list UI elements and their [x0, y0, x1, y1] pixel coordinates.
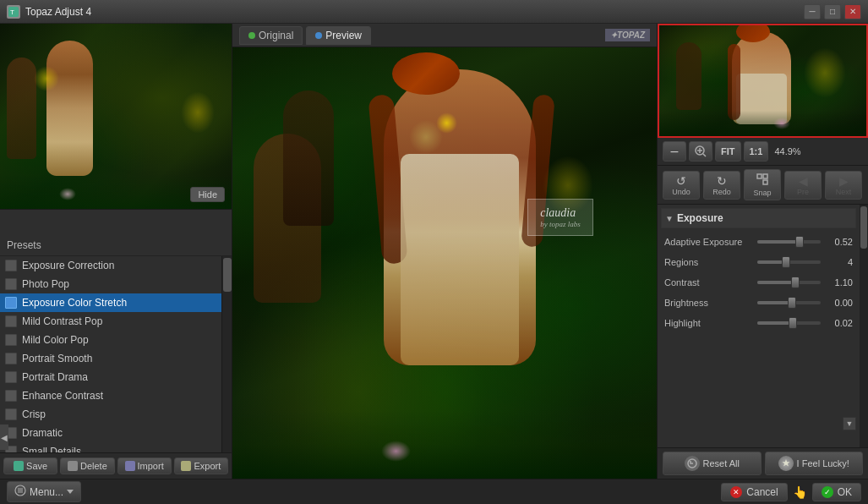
- preset-item-2[interactable]: Exposure Color Stretch: [0, 293, 221, 312]
- cancel-icon: ✕: [730, 486, 742, 498]
- redo-button[interactable]: ↻ Redo: [703, 171, 740, 200]
- adjustments-scrollbar[interactable]: [860, 205, 868, 447]
- preset-item-9[interactable]: Dramatic: [0, 424, 221, 442]
- presets-label: Presets: [0, 235, 232, 256]
- prev-button[interactable]: ◀ Pre: [784, 171, 822, 200]
- status-right-buttons: ✕ Cancel 👆 ✓ OK: [721, 483, 861, 501]
- save-preset-button[interactable]: Save: [3, 457, 57, 474]
- adj-slider-thumb-3[interactable]: [788, 297, 796, 309]
- adjustments-scroll-down[interactable]: ▼: [843, 417, 856, 430]
- hide-button[interactable]: Hide: [190, 187, 225, 202]
- preset-item-3[interactable]: Mild Contrast Pop: [0, 312, 221, 331]
- preset-item-label-9: Dramatic: [22, 427, 63, 439]
- preview-left-figure: [676, 42, 701, 110]
- feel-lucky-button[interactable]: I Feel Lucky!: [765, 452, 864, 475]
- minimize-button[interactable]: ─: [804, 4, 821, 19]
- app-icon: T: [7, 5, 20, 19]
- presets-scrollbar[interactable]: [221, 256, 232, 452]
- window-controls: ─ □ ✕: [804, 4, 861, 19]
- preset-item-label-0: Exposure Correction: [22, 260, 114, 271]
- second-left-figure: [283, 90, 334, 226]
- svg-rect-8: [763, 174, 767, 178]
- ok-icon: ✓: [822, 486, 833, 498]
- adj-slider-thumb-2[interactable]: [791, 277, 800, 288]
- preset-item-6[interactable]: Portrait Drama: [0, 368, 221, 386]
- next-button[interactable]: ▶ Next: [825, 171, 862, 200]
- preset-item-7[interactable]: Enhance Contrast: [0, 386, 221, 405]
- next-icon: ▶: [839, 174, 849, 188]
- redo-icon: ↻: [717, 174, 727, 188]
- undo-button[interactable]: ↺ Undo: [663, 171, 700, 200]
- import-preset-button[interactable]: Import: [117, 457, 172, 474]
- adj-slider-thumb-4[interactable]: [789, 317, 797, 329]
- preset-item-1[interactable]: Photo Pop: [0, 275, 221, 293]
- toolbar-strip: – FIT 1:1 44.9%: [658, 138, 868, 166]
- center-image-area[interactable]: claudia by topaz labs: [232, 47, 657, 479]
- adj-slider-thumb-0[interactable]: [795, 236, 804, 248]
- maximize-button[interactable]: □: [824, 4, 841, 19]
- cancel-button[interactable]: ✕ Cancel: [721, 483, 787, 501]
- thumbnail-area: Hide: [0, 24, 232, 210]
- panel-collapse-arrow[interactable]: ◀: [0, 425, 8, 450]
- adj-slider-1[interactable]: [757, 256, 821, 268]
- adjustments-scrollbar-thumb[interactable]: [860, 206, 867, 249]
- preset-item-icon-0: [5, 260, 17, 271]
- preview-lotus: [773, 118, 790, 129]
- fit-button[interactable]: FIT: [715, 141, 741, 162]
- preset-item-label-3: Mild Contrast Pop: [22, 315, 102, 327]
- original-tab[interactable]: Original: [239, 26, 303, 45]
- hand-pointer-area: 👆: [793, 483, 807, 501]
- undo-icon: ↺: [676, 174, 686, 188]
- ok-button[interactable]: ✓ OK: [812, 483, 861, 501]
- preset-item-4[interactable]: Mild Color Pop: [0, 331, 221, 349]
- status-bar: Menu... ✕ Cancel 👆 ✓ OK: [0, 479, 868, 504]
- hand-pointer-icon: 👆: [793, 485, 807, 499]
- one-to-one-button[interactable]: 1:1: [744, 141, 769, 162]
- preview-thumbnail: [658, 24, 868, 138]
- preset-buttons: Save Delete Import Export: [0, 452, 232, 479]
- preset-item-8[interactable]: Crisp: [0, 405, 221, 424]
- exposure-section-header[interactable]: ▼ Exposure: [661, 208, 856, 228]
- lucky-icon: [778, 456, 794, 471]
- adj-label-0: Adaptive Exposure: [664, 237, 757, 247]
- preset-item-10[interactable]: Small Details: [0, 442, 221, 452]
- delete-preset-button[interactable]: Delete: [60, 457, 114, 474]
- zoom-minus-button[interactable]: –: [663, 141, 686, 162]
- close-button[interactable]: ✕: [844, 4, 861, 19]
- snap-button[interactable]: Snap: [744, 169, 781, 200]
- presets-scrollbar-thumb[interactable]: [223, 258, 232, 292]
- adj-slider-3[interactable]: [757, 297, 821, 309]
- preset-item-0[interactable]: Exposure Correction: [0, 256, 221, 275]
- zoom-level: 44.9%: [771, 146, 804, 156]
- adj-value-0: 0.52: [821, 237, 853, 247]
- adj-slider-4[interactable]: [757, 317, 821, 329]
- preview-tab[interactable]: Preview: [306, 26, 371, 45]
- menu-button[interactable]: Menu...: [7, 481, 81, 502]
- adj-label-1: Regions: [664, 257, 757, 267]
- snap-icon: [756, 173, 769, 189]
- app-title: Topaz Adjust 4: [25, 6, 804, 18]
- adj-value-2: 1.10: [821, 277, 853, 288]
- adj-row-2: Contrast1.10: [661, 272, 856, 293]
- export-preset-button[interactable]: Export: [174, 457, 228, 474]
- preset-item-icon-7: [5, 390, 17, 402]
- zoom-plus-button[interactable]: [689, 141, 712, 162]
- adj-slider-0[interactable]: [757, 236, 821, 248]
- adj-row-3: Brightness0.00: [661, 293, 856, 313]
- presets-list-container: Exposure CorrectionPhoto PopExposure Col…: [0, 256, 232, 452]
- right-panel: – FIT 1:1 44.9% ↺ Undo ↻ Redo: [657, 24, 868, 479]
- center-panel: Original Preview ✦TOPAZ: [232, 24, 657, 479]
- adj-slider-2[interactable]: [757, 277, 821, 288]
- adj-sliders-container: Adaptive Exposure0.52Regions4Contrast1.1…: [661, 232, 856, 333]
- right-adj-panel: – FIT 1:1 44.9% ↺ Undo ↻ Redo: [658, 138, 868, 479]
- preset-item-label-2: Exposure Color Stretch: [22, 297, 127, 309]
- reset-icon: [685, 456, 700, 471]
- adj-slider-thumb-1[interactable]: [782, 256, 790, 268]
- menu-dropdown-arrow: [67, 490, 74, 494]
- adj-value-4: 0.02: [821, 318, 853, 328]
- preset-item-icon-6: [5, 371, 17, 383]
- watermark-text: claudia: [540, 206, 581, 220]
- svg-rect-6: [757, 174, 762, 178]
- reset-all-button[interactable]: Reset All: [663, 452, 762, 475]
- preset-item-5[interactable]: Portrait Smooth: [0, 349, 221, 368]
